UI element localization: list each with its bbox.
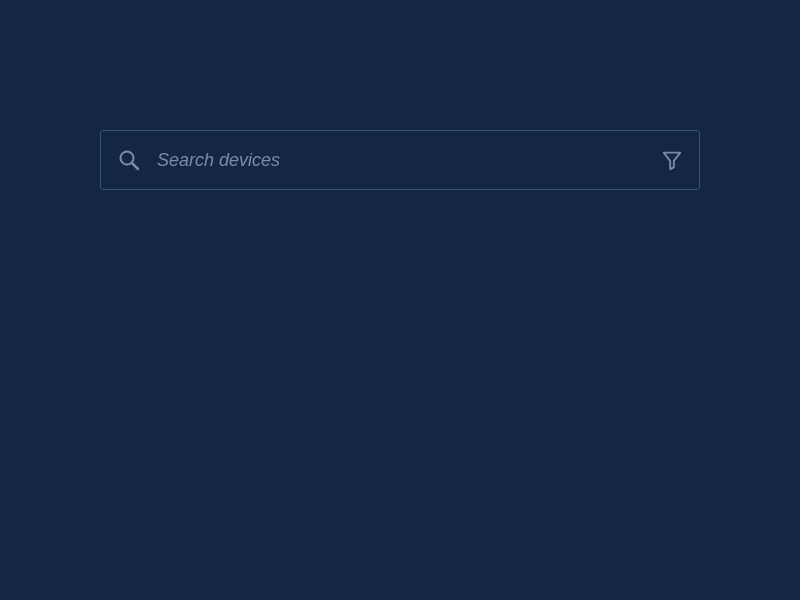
search-input[interactable] bbox=[157, 150, 649, 171]
svg-line-1 bbox=[132, 163, 138, 169]
filter-icon[interactable] bbox=[661, 149, 683, 171]
search-bar bbox=[100, 130, 700, 190]
search-icon bbox=[117, 148, 141, 172]
